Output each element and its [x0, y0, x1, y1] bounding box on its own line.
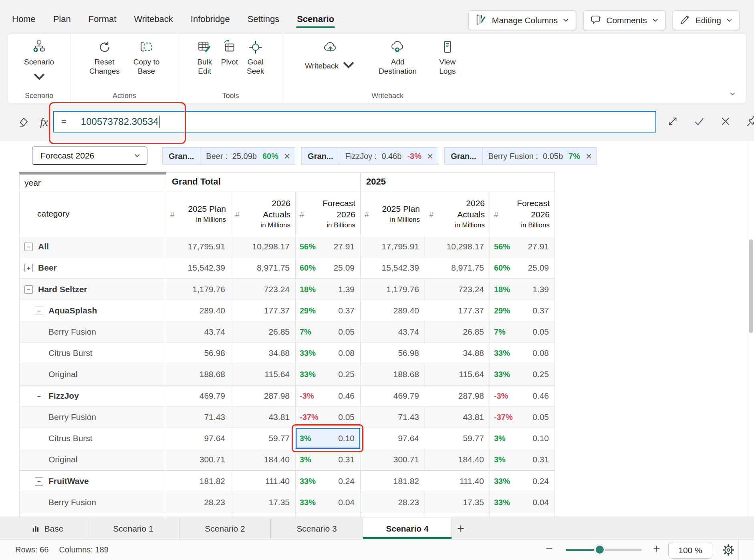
cell-actuals[interactable]: 8,971.75 [231, 257, 296, 278]
cell-actuals[interactable]: 287.98 [425, 385, 490, 406]
menu-item-writeback[interactable]: Writeback [134, 14, 173, 24]
expand-icon[interactable]: + [24, 264, 33, 272]
add-destination-button[interactable]: Add Destination [377, 40, 418, 76]
cell-actuals[interactable]: 8,971.75 [425, 257, 490, 278]
cell-forecast[interactable]: 29%0.37 [296, 300, 361, 321]
cell-plan[interactable]: 188.68 [166, 364, 231, 385]
cell-forecast[interactable]: -37%0.05 [296, 407, 361, 428]
chip-close-icon[interactable]: × [427, 151, 433, 161]
chip-close-icon[interactable]: × [284, 151, 290, 161]
row-header-aquasplash[interactable]: −AquaSplash [19, 300, 166, 321]
cell-actuals[interactable]: 723.24 [231, 279, 296, 300]
cell-plan[interactable]: 289.40 [361, 300, 425, 321]
cell-actuals[interactable]: 59.77 [425, 428, 490, 449]
cell-plan[interactable]: 97.64 [166, 428, 231, 449]
cell-forecast[interactable]: 33%0.04 [490, 492, 555, 513]
row-header-original[interactable]: Original [19, 364, 166, 385]
menu-item-plan[interactable]: Plan [53, 14, 71, 24]
column-header-forecast-2026[interactable]: #Forecast 2026in Billions [296, 191, 361, 236]
cell-plan[interactable]: 469.79 [166, 385, 231, 406]
cell-actuals[interactable]: 177.37 [231, 300, 296, 321]
menu-item-settings[interactable]: Settings [248, 14, 280, 24]
cell-plan[interactable]: 469.79 [361, 385, 425, 406]
cell-actuals[interactable]: 59.77 [231, 428, 296, 449]
cell-plan[interactable]: 1,179.76 [361, 279, 425, 300]
cell-forecast[interactable]: -3%0.46 [490, 385, 555, 406]
zoom-out-button[interactable]: − [546, 542, 553, 556]
chip-dimension-label[interactable]: Gran... [302, 148, 339, 165]
cell-actuals[interactable]: 26.85 [231, 321, 296, 342]
cell-actuals[interactable]: 34.88 [425, 343, 490, 363]
pin-icon[interactable] [746, 115, 754, 127]
cell-forecast[interactable]: -3%0.46 [296, 385, 361, 406]
cell-forecast[interactable]: 33%0.25 [490, 364, 555, 385]
cell-actuals[interactable]: 10,298.17 [231, 236, 296, 257]
cell-plan[interactable]: 43.74 [166, 321, 231, 342]
cell-forecast[interactable]: 3%0.10 [296, 428, 361, 449]
cell-plan[interactable]: 181.82 [166, 471, 231, 492]
eraser-icon[interactable] [18, 116, 30, 128]
cell-plan[interactable]: 17,795.91 [166, 236, 231, 257]
cell-plan[interactable]: 56.98 [166, 343, 231, 363]
measure-dropdown[interactable]: Forecast 2026 [32, 147, 147, 165]
scenario-button[interactable]: Scenario [22, 40, 56, 86]
cell-plan[interactable]: 15,542.39 [361, 257, 425, 278]
comments-button[interactable]: Comments [583, 10, 665, 30]
row-header-beer[interactable]: +Beer [19, 257, 166, 278]
column-dimension-header[interactable]: category [19, 191, 166, 236]
cell-forecast[interactable]: 33%0.04 [296, 492, 361, 513]
chip-dimension-label[interactable]: Gran... [163, 148, 200, 165]
cell-plan[interactable]: 28.23 [166, 492, 231, 513]
collapse-icon[interactable]: − [35, 392, 43, 400]
cell-plan[interactable]: 300.71 [166, 449, 231, 470]
cell-plan[interactable]: 1,179.76 [166, 279, 231, 300]
menu-item-infobridge[interactable]: Infobridge [191, 14, 230, 24]
cell-forecast[interactable]: 33%0.08 [490, 343, 555, 363]
column-header-2025-plan[interactable]: #2025 Planin Millions [166, 191, 231, 236]
cell-forecast[interactable]: 60%25.09 [490, 257, 555, 278]
cell-actuals[interactable]: 111.40 [425, 471, 490, 492]
menu-item-scenario[interactable]: Scenario [297, 14, 334, 24]
cell-actuals[interactable]: 184.40 [231, 449, 296, 470]
cell-actuals[interactable]: 17.35 [425, 492, 490, 513]
cancel-icon[interactable] [720, 115, 732, 127]
zoom-slider-thumb[interactable] [595, 544, 605, 555]
writeback-button[interactable]: Writeback [303, 40, 358, 76]
cell-forecast[interactable]: 56%27.91 [296, 236, 361, 257]
column-group-header-2025[interactable]: 2025 [361, 172, 555, 191]
cell-plan[interactable]: 181.82 [361, 471, 425, 492]
fx-icon[interactable]: fx [40, 116, 48, 128]
editing-mode-button[interactable]: Editing [673, 10, 740, 30]
ribbon-collapse-button[interactable] [729, 90, 736, 99]
cell-actuals[interactable]: 111.40 [231, 471, 296, 492]
cell-plan[interactable]: 300.71 [361, 449, 425, 470]
cell-forecast[interactable]: 7%0.05 [490, 321, 555, 342]
bulk-edit-button[interactable]: Bulk Edit [196, 40, 214, 76]
cell-forecast[interactable]: 3%0.10 [490, 428, 555, 449]
sheet-tab-scenario-3[interactable]: Scenario 3 [271, 518, 363, 539]
cell-plan[interactable]: 17,795.91 [361, 236, 425, 257]
add-sheet-button[interactable]: + [452, 518, 470, 539]
cell-forecast[interactable]: 3%0.31 [296, 449, 361, 470]
zoom-slider[interactable] [566, 549, 642, 551]
collapse-icon[interactable]: − [24, 285, 33, 294]
cell-actuals[interactable]: 10,298.17 [425, 236, 490, 257]
cell-plan[interactable]: 15,542.39 [166, 257, 231, 278]
row-header-hard-seltzer[interactable]: −Hard Seltzer [19, 279, 166, 300]
collapse-icon[interactable]: − [35, 477, 43, 486]
cell-plan[interactable]: 289.40 [166, 300, 231, 321]
sheet-tab-scenario-1[interactable]: Scenario 1 [87, 518, 179, 539]
column-header-2026-actuals[interactable]: #2026 Actualsin Millions [425, 191, 490, 236]
column-header-forecast-2026[interactable]: #Forecast 2026in Billions [490, 191, 555, 236]
row-header-citrus-burst[interactable]: Citrus Burst [19, 343, 166, 363]
row-header-fizzjoy[interactable]: −FizzJoy [19, 385, 166, 406]
sheet-tab-scenario-4[interactable]: Scenario 4 [363, 518, 452, 539]
menu-item-format[interactable]: Format [89, 14, 117, 24]
sheet-tab-scenario-2[interactable]: Scenario 2 [179, 518, 271, 539]
column-header-2025-plan[interactable]: #2025 Planin Millions [361, 191, 425, 236]
cell-actuals[interactable]: 177.37 [425, 300, 490, 321]
gear-icon[interactable] [721, 543, 736, 559]
formula-input[interactable]: = 100573782.30534 [53, 111, 656, 132]
cell-actuals[interactable]: 287.98 [231, 385, 296, 406]
column-header-2026-actuals[interactable]: #2026 Actualsin Millions [231, 191, 296, 236]
